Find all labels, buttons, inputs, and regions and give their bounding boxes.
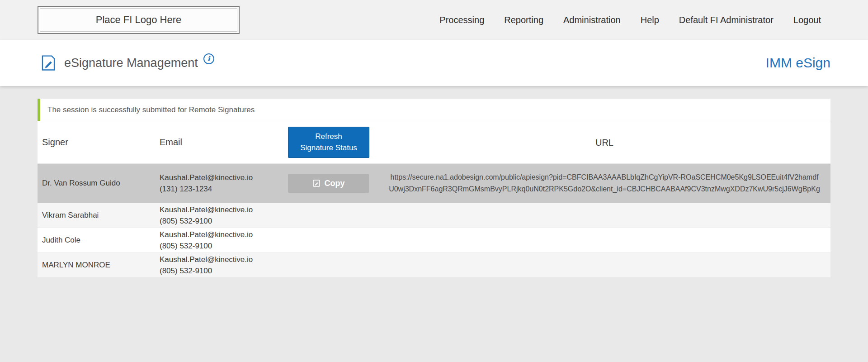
signers-panel: The session is successfully submitted fo…	[38, 99, 830, 278]
table-header-row: Signer Email Refresh Signature Status UR…	[38, 121, 830, 164]
column-header-email: Email	[160, 137, 288, 148]
refresh-signature-status-button[interactable]: Refresh Signature Status	[288, 127, 369, 158]
column-header-url: URL	[378, 137, 830, 148]
top-navigation: Processing Reporting Administration Help…	[439, 15, 868, 25]
signer-cell: Vikram Sarabhai	[38, 211, 160, 220]
phone-number: (131) 123-1234	[160, 183, 288, 195]
email-cell: Kaushal.Patel@kinective.io (805) 532-910…	[160, 229, 288, 252]
table-row: MARLYN MONROE Kaushal.Patel@kinective.io…	[38, 253, 830, 278]
phone-number: (805) 532-9100	[160, 265, 288, 276]
email-address: Kaushal.Patel@kinective.io	[160, 229, 288, 240]
email-cell: Kaushal.Patel@kinective.io (131) 123-123…	[160, 172, 288, 195]
success-alert: The session is successfully submitted fo…	[38, 99, 830, 121]
top-header-bar: Place FI Logo Here Processing Reporting …	[0, 0, 868, 40]
fi-logo-text: Place FI Logo Here	[40, 8, 237, 32]
page-title-bar: eSignature Management i IMM eSign	[0, 40, 868, 86]
success-alert-message: The session is successfully submitted fo…	[47, 105, 255, 114]
page-title: eSignature Management	[64, 56, 198, 70]
table-row: Judith Cole Kaushal.Patel@kinective.io (…	[38, 228, 830, 253]
nav-reporting[interactable]: Reporting	[504, 15, 543, 25]
signer-cell: Judith Cole	[38, 236, 160, 245]
esignature-document-icon	[40, 54, 57, 71]
signer-cell: Dr. Van Rossum Guido	[38, 179, 160, 188]
copy-icon	[312, 179, 321, 187]
nav-default-fi-administrator[interactable]: Default FI Administrator	[679, 15, 774, 25]
email-address: Kaushal.Patel@kinective.io	[160, 204, 288, 215]
imm-esign-brand: IMM eSign	[766, 55, 830, 71]
nav-processing[interactable]: Processing	[439, 15, 484, 25]
column-header-signer: Signer	[38, 137, 160, 148]
url-cell: https://secure.na1.adobesign.com/public/…	[378, 171, 830, 195]
fi-logo-placeholder: Place FI Logo Here	[38, 6, 240, 34]
nav-administration[interactable]: Administration	[563, 15, 621, 25]
copy-button-label: Copy	[325, 179, 345, 188]
main-content: The session is successfully submitted fo…	[0, 86, 868, 278]
table-row: Dr. Van Rossum Guido Kaushal.Patel@kinec…	[38, 164, 830, 203]
email-cell: Kaushal.Patel@kinective.io (805) 532-910…	[160, 204, 288, 227]
email-cell: Kaushal.Patel@kinective.io (805) 532-910…	[160, 254, 288, 276]
phone-number: (805) 532-9100	[160, 240, 288, 252]
copy-url-button[interactable]: Copy	[288, 174, 369, 193]
nav-logout[interactable]: Logout	[793, 15, 821, 25]
nav-help[interactable]: Help	[641, 15, 659, 25]
info-icon[interactable]: i	[203, 53, 214, 64]
email-address: Kaushal.Patel@kinective.io	[160, 254, 288, 265]
signer-cell: MARLYN MONROE	[38, 261, 160, 270]
phone-number: (805) 532-9100	[160, 215, 288, 227]
email-address: Kaushal.Patel@kinective.io	[160, 172, 288, 183]
table-row: Vikram Sarabhai Kaushal.Patel@kinective.…	[38, 203, 830, 228]
